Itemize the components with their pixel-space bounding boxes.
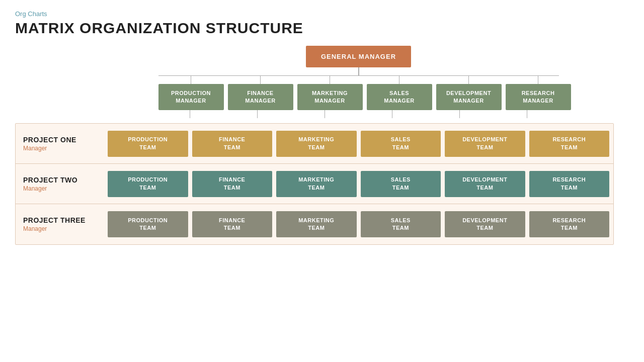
project-three-name: PROJECT THREE xyxy=(23,216,96,224)
project-three-sub: Manager xyxy=(23,225,96,232)
mgr-dn-1 xyxy=(190,110,190,118)
mgr-tick-5 xyxy=(468,76,469,84)
manager-col-sales: SALESMANAGER xyxy=(367,76,432,110)
projects-area: PROJECT ONE Manager PRODUCTIONTEAM FINAN… xyxy=(15,123,614,245)
team-p2-marketing: MARKETINGTEAM xyxy=(276,171,357,197)
team-p2-finance: FINANCETEAM xyxy=(192,171,273,197)
manager-box-sales: SALESMANAGER xyxy=(367,84,432,110)
team-p3-production: PRODUCTIONTEAM xyxy=(108,211,188,237)
project-one-name: PROJECT ONE xyxy=(23,136,96,144)
manager-box-finance: FINANCEMANAGER xyxy=(228,84,293,110)
project-row-three: PROJECT THREE Manager PRODUCTIONTEAM FIN… xyxy=(16,204,613,244)
mgr-tick-4 xyxy=(399,76,399,84)
team-p1-sales: SALESTEAM xyxy=(361,131,441,157)
mgr-dn-4 xyxy=(392,110,392,118)
manager-col-marketing: MARKETINGMANAGER xyxy=(297,76,363,110)
team-p3-sales: SALESTEAM xyxy=(361,211,441,237)
team-p3-finance: FINANCETEAM xyxy=(192,211,273,237)
manager-col-research: RESEARCHMANAGER xyxy=(506,76,571,110)
team-p2-research: RESEARCHTEAM xyxy=(529,171,610,197)
mgr-tick-2 xyxy=(260,76,261,84)
team-p1-finance: FINANCETEAM xyxy=(192,131,273,157)
mgr-down-lines xyxy=(158,110,559,118)
project-two-teams: PRODUCTIONTEAM FINANCETEAM MARKETINGTEAM… xyxy=(104,164,613,204)
manager-box-development: DEVELOPMENTMANAGER xyxy=(436,84,502,110)
project-one-label: PROJECT ONE Manager xyxy=(16,124,104,163)
team-p2-development: DEVELOPMENTTEAM xyxy=(445,171,525,197)
top-section: GENERAL MANAGER PRODUCTIONMANAGER FINANC… xyxy=(15,46,614,118)
gm-box: GENERAL MANAGER xyxy=(306,46,411,67)
project-three-teams: PRODUCTIONTEAM FINANCETEAM MARKETINGTEAM… xyxy=(104,204,613,244)
manager-col-production: PRODUCTIONMANAGER xyxy=(158,76,224,110)
project-row-two: PROJECT TWO Manager PRODUCTIONTEAM FINAN… xyxy=(16,164,613,204)
mgr-tick-6 xyxy=(538,76,538,84)
managers-row: PRODUCTIONMANAGER FINANCEMANAGER MARKETI… xyxy=(158,76,559,110)
team-p1-development: DEVELOPMENTTEAM xyxy=(445,131,525,157)
project-three-label: PROJECT THREE Manager xyxy=(16,204,104,244)
manager-box-marketing: MARKETINGMANAGER xyxy=(297,84,363,110)
team-p1-production: PRODUCTIONTEAM xyxy=(108,131,188,157)
gm-down-line xyxy=(358,67,359,75)
project-one-teams: PRODUCTIONTEAM FINANCETEAM MARKETINGTEAM… xyxy=(104,124,613,163)
team-p3-research: RESEARCHTEAM xyxy=(529,211,610,237)
team-p1-research: RESEARCHTEAM xyxy=(529,131,610,157)
subtitle: Org Charts xyxy=(15,10,629,18)
mgr-dn-5 xyxy=(459,110,460,118)
project-two-sub: Manager xyxy=(23,185,96,192)
team-p3-development: DEVELOPMENTTEAM xyxy=(445,211,525,237)
manager-col-development: DEVELOPMENTMANAGER xyxy=(436,76,502,110)
team-p2-production: PRODUCTIONTEAM xyxy=(108,171,188,197)
team-p2-sales: SALESTEAM xyxy=(361,171,441,197)
manager-box-production: PRODUCTIONMANAGER xyxy=(158,84,224,110)
manager-box-research: RESEARCHMANAGER xyxy=(506,84,571,110)
mgr-tick-1 xyxy=(191,76,191,84)
manager-col-finance: FINANCEMANAGER xyxy=(228,76,293,110)
mgr-tick-3 xyxy=(330,76,330,84)
managers-content: GENERAL MANAGER PRODUCTIONMANAGER FINANC… xyxy=(103,46,614,118)
project-two-name: PROJECT TWO xyxy=(23,176,96,184)
mgr-dn-3 xyxy=(325,110,325,118)
chart-container: GENERAL MANAGER PRODUCTIONMANAGER FINANC… xyxy=(15,46,614,245)
team-p3-marketing: MARKETINGTEAM xyxy=(276,211,357,237)
project-two-label: PROJECT TWO Manager xyxy=(16,164,104,204)
project-row-one: PROJECT ONE Manager PRODUCTIONTEAM FINAN… xyxy=(16,124,613,164)
project-one-sub: Manager xyxy=(23,145,96,152)
mgr-dn-2 xyxy=(257,110,258,118)
team-p1-marketing: MARKETINGTEAM xyxy=(276,131,357,157)
mgr-dn-6 xyxy=(527,110,527,118)
main-title: MATRIX ORGANIZATION STRUCTURE xyxy=(15,20,629,37)
